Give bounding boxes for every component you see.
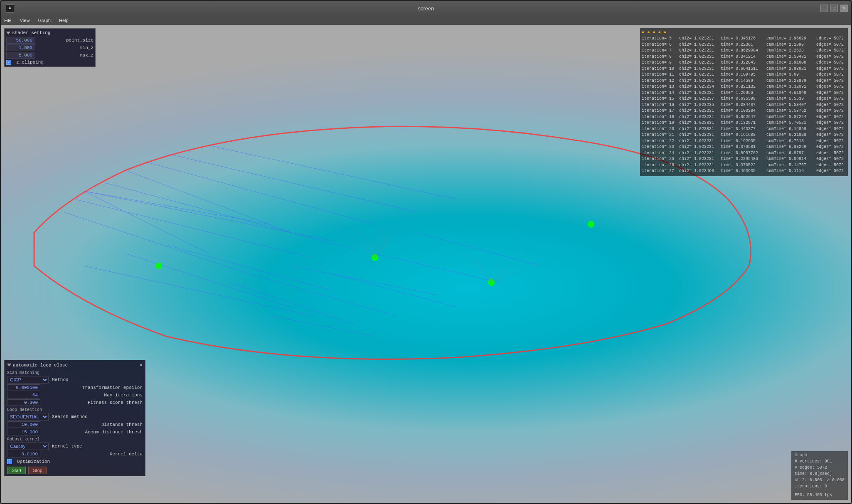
- action-buttons-row: Start Stop: [7, 467, 143, 474]
- z-clipping-row: ✓ z_clipping: [6, 60, 94, 65]
- log-line: iteration= 25 chi2= 1.023231 time= 0.229…: [642, 156, 846, 162]
- vertices-stat: # vertices: 881: [795, 458, 845, 465]
- chi2-stat: chi2: 0.000 -> 0.000: [795, 477, 845, 483]
- shader-settings-panel: shader setting 50.000 point_size -1.500 …: [4, 28, 96, 67]
- close-button[interactable]: ✕: [840, 5, 848, 12]
- kernel-delta-value[interactable]: 0.0100: [7, 451, 40, 457]
- log-line: iteration= 14 chi2= 1.023231 time= 1.299…: [642, 90, 846, 96]
- accum-dist-label: Accum distance thresh: [85, 430, 143, 435]
- point-size-row: 50.000 point_size: [6, 37, 94, 44]
- robust-kernel-label: Robust kernel: [7, 437, 143, 442]
- loop-panel-title-row: automatic loop close: [7, 363, 68, 368]
- fitness-label: Fitness score thresh: [88, 400, 143, 405]
- log-line: iteration= 8 chi2= 1.023231 time= 0.3412…: [642, 54, 846, 60]
- method-row: GICP Method: [7, 376, 143, 384]
- z-clipping-checkbox[interactable]: ✓: [6, 60, 11, 65]
- fitness-value[interactable]: 0.300: [7, 399, 40, 406]
- max-iter-label: Max iterations: [104, 393, 143, 398]
- minimize-button[interactable]: −: [820, 5, 828, 12]
- loop-detection-label: Loop detection: [7, 408, 143, 412]
- optimization-label: Optimization: [14, 459, 50, 464]
- fps-stat: FPS: 58.403 fps: [795, 492, 845, 498]
- menu-bar: File View Graph Help: [1, 16, 851, 25]
- loop-panel-collapse-icon[interactable]: [7, 364, 11, 366]
- edges-stat: # edges: 5072: [795, 465, 845, 471]
- stop-button[interactable]: Stop: [28, 467, 47, 474]
- log-line: iteration= 7 chi2= 1.023231 time= 0.8629…: [642, 48, 846, 54]
- window-title: screen: [418, 5, 434, 12]
- log-line: iteration= 17 chi2= 1.023231 time= 0.103…: [642, 108, 846, 114]
- transform-eps-row: 0.000100 Transformation epsilon: [7, 384, 143, 391]
- menu-help[interactable]: Help: [57, 17, 70, 24]
- menu-graph[interactable]: Graph: [36, 17, 52, 24]
- log-lines-container: iteration= 5 chi2= 1.023231 time= 0.3451…: [642, 36, 846, 175]
- time-stat: time: 0.0[msec]: [795, 471, 845, 477]
- search-method-dropdown[interactable]: SEQUENTIAL: [7, 413, 49, 420]
- max-z-label: max_z: [76, 53, 94, 58]
- min-z-value[interactable]: -1.500: [6, 44, 35, 51]
- log-line: iteration= 6 chi2= 1.023231 time= 0.2236…: [642, 42, 846, 48]
- log-line: iteration= 12 chi2= 1.023291 time= 0.145…: [642, 78, 846, 84]
- menu-file[interactable]: File: [2, 17, 13, 24]
- max-iter-row: 64 Max iterations: [7, 392, 143, 398]
- iterations-stat: iterations: 0: [795, 483, 845, 489]
- loop-close-panel: automatic loop close ✕ Scan matching GIC…: [4, 360, 145, 476]
- kernel-delta-row: 0.0100 Kernel delta: [7, 451, 143, 457]
- kernel-type-dropdown[interactable]: Cauchy: [7, 443, 49, 450]
- log-line: iteration= 11 chi2= 1.023231 time= 0.109…: [642, 72, 846, 78]
- log-line: iteration= 15 chi2= 1.023237 time= 0.635…: [642, 96, 846, 102]
- start-button[interactable]: Start: [7, 467, 26, 474]
- min-z-label: min_z: [76, 45, 94, 50]
- distance-thresh-label: Distance thresh: [101, 422, 143, 427]
- log-line: iteration= 22 chi2= 1.023231 time= 0.192…: [642, 138, 846, 145]
- log-line: iteration= 10 chi2= 1.023231 time= 0.664…: [642, 66, 846, 72]
- log-panel: ● ● ● ● ● iteration= 5 chi2= 1.023231 ti…: [640, 28, 848, 176]
- transform-eps-value[interactable]: 0.000100: [7, 384, 40, 391]
- min-z-row: -1.500 min_z: [6, 44, 94, 51]
- menu-view[interactable]: View: [18, 17, 32, 24]
- log-line: iteration= 26 chi2= 1.023231 time= 0.370…: [642, 162, 846, 169]
- loop-panel-close-button[interactable]: ✕: [140, 362, 143, 368]
- point-size-value[interactable]: 50.000: [6, 37, 35, 44]
- window-frame: X screen − □ ✕ File View Graph Help: [0, 0, 852, 504]
- title-bar: X screen − □ ✕: [1, 1, 851, 16]
- loop-panel-title-text: automatic loop close: [13, 363, 68, 368]
- log-line: iteration= 16 chi2= 1.023235 time= 0.384…: [642, 102, 846, 108]
- log-line: iteration= 19 chi2= 1.023831 time= 0.132…: [642, 120, 846, 126]
- optimization-checkbox[interactable]: ✓: [7, 459, 12, 464]
- distance-thresh-row: 10.000 Distance thresh: [7, 421, 143, 428]
- search-method-label: Search method: [52, 414, 88, 419]
- log-line: iteration= 13 chi2= 1.023234 time= 0.821…: [642, 84, 846, 90]
- accum-dist-row: 15.000 Accum distance thresh: [7, 429, 143, 435]
- point-size-label: point_size: [63, 38, 94, 43]
- log-line: iteration= 23 chi2= 1.023231 time= 0.379…: [642, 144, 846, 150]
- optimization-row: ✓ Optimization: [7, 459, 143, 464]
- scan-matching-label: Scan matching: [7, 371, 143, 375]
- shader-panel-title: shader setting: [12, 30, 50, 35]
- max-iter-value[interactable]: 64: [7, 392, 40, 398]
- method-label: Method: [52, 377, 69, 382]
- log-line: iteration= 24 chi2= 1.023231 time= 0.890…: [642, 150, 846, 157]
- kernel-delta-label: Kernel delta: [110, 452, 143, 457]
- search-method-row: SEQUENTIAL Search method: [7, 413, 143, 420]
- log-line: iteration= 27 chi2= 1.023460 time= 0.463…: [642, 168, 846, 175]
- log-line: iteration= 5 chi2= 1.023231 time= 0.3451…: [642, 36, 846, 42]
- shader-panel-header: shader setting: [6, 30, 94, 35]
- distance-thresh-value[interactable]: 10.000: [7, 421, 40, 428]
- loop-panel-header: automatic loop close ✕: [7, 362, 143, 368]
- transform-eps-label: Transformation epsilon: [82, 385, 143, 390]
- max-z-value[interactable]: 5.000: [6, 52, 35, 59]
- z-clipping-label: z_clipping: [13, 60, 44, 65]
- max-z-row: 5.000 max_z: [6, 52, 94, 59]
- log-line: iteration= 9 chi2= 1.023231 time= 0.3228…: [642, 60, 846, 66]
- accum-dist-value[interactable]: 15.000: [7, 429, 40, 435]
- log-line: iteration= 18 chi2= 1.023231 time= 0.062…: [642, 114, 846, 120]
- log-line: iteration= 20 chi2= 1.023831 time= 0.443…: [642, 126, 846, 133]
- restore-button[interactable]: □: [830, 5, 838, 12]
- app-icon: X: [6, 4, 14, 12]
- stats-panel: Graph # vertices: 881 # edges: 5072 time…: [791, 451, 848, 500]
- graph-header: Graph: [795, 453, 845, 457]
- collapse-icon[interactable]: [6, 32, 10, 34]
- main-viewport[interactable]: shader setting 50.000 point_size -1.500 …: [1, 25, 851, 503]
- method-dropdown[interactable]: GICP: [7, 376, 49, 384]
